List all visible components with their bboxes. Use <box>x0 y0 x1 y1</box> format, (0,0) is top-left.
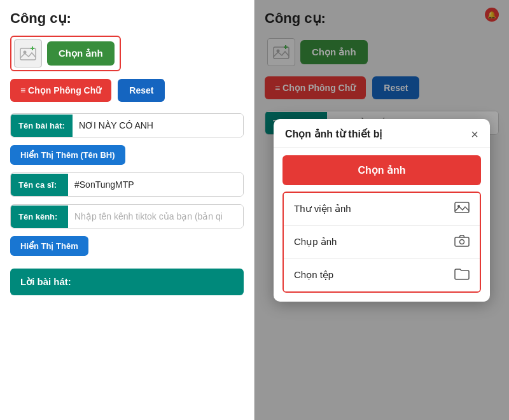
ten-bai-hat-label: Tên bài hát: <box>11 115 73 137</box>
modal-body: Chọn ảnh Thư viện ảnh Chụp <box>274 148 490 302</box>
chon-anh-modal: Chọn ảnh từ thiết bị × Chọn ảnh Thư viện… <box>274 119 490 302</box>
svg-point-11 <box>460 239 464 244</box>
ten-bai-hat-row: Tên bài hát: <box>10 113 244 137</box>
chon-tep-label: Chọn tệp <box>294 269 333 281</box>
hien-thi-them2-button[interactable]: Hiển Thị Thêm <box>10 236 88 256</box>
modal-options-list: Thư viện ảnh Chụp ảnh <box>282 192 481 293</box>
ten-kenh-input[interactable] <box>68 205 243 228</box>
svg-rect-10 <box>455 237 469 246</box>
modal-overlay: Chọn ảnh từ thiết bị × Chọn ảnh Thư viện… <box>254 0 509 420</box>
modal-close-button[interactable]: × <box>471 128 478 141</box>
ten-ca-si-row: Tên ca sĩ: <box>10 172 244 197</box>
loi-bai-hat-bar: Lời bài hát: <box>10 269 244 295</box>
chup-anh-option[interactable]: Chụp ảnh <box>284 226 480 259</box>
modal-chon-anh-button[interactable]: Chọn ảnh <box>282 155 481 185</box>
chon-anh-box: Chọn ảnh <box>10 36 121 71</box>
modal-header: Chọn ảnh từ thiết bị × <box>274 119 490 148</box>
thu-vien-anh-label: Thư viện ảnh <box>294 203 351 214</box>
ten-ca-si-label: Tên ca sĩ: <box>11 174 68 196</box>
thu-vien-anh-option[interactable]: Thư viện ảnh <box>284 193 480 226</box>
left-toolbar-row: ≡ Chọn Phông Chữ Reset <box>10 79 244 102</box>
folder-icon <box>454 267 470 283</box>
ten-ca-si-input[interactable] <box>68 173 243 196</box>
chon-anh-button[interactable]: Chọn ảnh <box>47 41 115 66</box>
left-panel-title: Công cụ: <box>10 10 244 27</box>
chon-phong-chu-button[interactable]: ≡ Chọn Phông Chữ <box>10 79 111 102</box>
chup-anh-label: Chụp ảnh <box>294 236 337 248</box>
left-panel: Công cụ: Chọn ảnh ≡ Chọn Phông Chữ Reset… <box>0 0 254 420</box>
modal-title: Chọn ảnh từ thiết bị <box>285 128 382 140</box>
gallery-icon <box>454 201 470 217</box>
chon-tep-option[interactable]: Chọn tệp <box>284 259 480 291</box>
ten-bai-hat-input[interactable] <box>73 114 243 137</box>
ten-kenh-label: Tên kênh: <box>11 206 68 228</box>
right-panel: 🔔 Công cụ: Chọn ảnh ≡ Chọn Phông Chữ Res… <box>254 0 509 420</box>
reset-button[interactable]: Reset <box>118 79 165 102</box>
svg-rect-8 <box>455 202 469 213</box>
ten-kenh-row: Tên kênh: <box>10 204 244 228</box>
camera-icon <box>454 234 470 250</box>
image-placeholder-icon <box>14 39 42 67</box>
hien-thi-them-ten-bh-button[interactable]: Hiển Thị Thêm (Tên BH) <box>10 145 125 165</box>
